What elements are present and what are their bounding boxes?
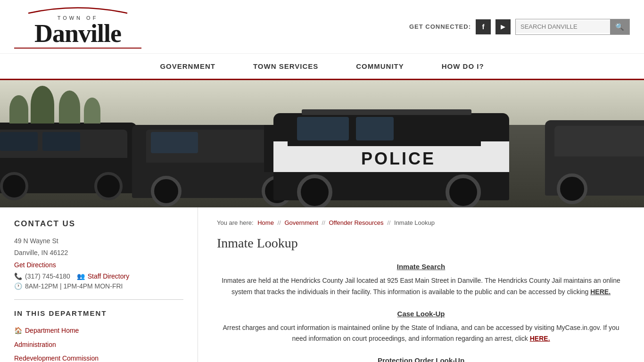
protection-order-section: Protection Order Look-Up The State of In…	[217, 356, 625, 362]
case-here-link[interactable]: HERE.	[530, 335, 550, 342]
home-icon: 🏠	[14, 324, 22, 337]
dept-link-administration[interactable]: Administration	[14, 338, 183, 352]
department-title: IN THIS DEPARTMENT	[14, 309, 183, 317]
sidebar-divider	[14, 299, 183, 300]
staff-icon: 👥	[77, 272, 85, 280]
clock-icon: 🕐	[14, 282, 22, 290]
breadcrumb: You are here: Home // Government // Offe…	[217, 219, 625, 226]
breadcrumb-offender[interactable]: Offender Resources	[329, 219, 383, 226]
youtube-button[interactable]: ▶	[495, 19, 511, 34]
dept-link-home[interactable]: 🏠 Department Home	[14, 324, 183, 337]
dept-home-label: Department Home	[25, 324, 79, 337]
connect-label: GET CONNECTED:	[409, 23, 471, 30]
search-button[interactable]: 🔍	[610, 19, 629, 34]
connect-row: GET CONNECTED: f ▶ 🔍	[409, 19, 630, 35]
hero-image: POLICE	[0, 80, 644, 207]
get-directions-link[interactable]: Get Directions	[14, 261, 183, 269]
content-area: CONTACT US 49 N Wayne St Danville, IN 46…	[0, 207, 644, 362]
header-right: GET CONNECTED: f ▶ 🔍	[409, 19, 630, 35]
contact-hours: 8AM-12PM | 1PM-4PM MON-FRI	[25, 282, 123, 290]
inmate-search-section: Inmate Search Inmates are held at the He…	[217, 263, 625, 298]
breadcrumb-home[interactable]: Home	[257, 219, 274, 226]
staff-directory-link[interactable]: Staff Directory	[88, 272, 129, 280]
contact-address-line2: Danville, IN 46122	[14, 247, 183, 259]
breadcrumb-label: You are here:	[217, 219, 254, 226]
logo-area: TOWN OF Danville	[14, 5, 141, 49]
case-lookup-text: Arrest charges and court information is …	[217, 322, 625, 345]
search-input[interactable]	[516, 20, 610, 33]
contact-hours-row: 🕐 8AM-12PM | 1PM-4PM MON-FRI	[14, 282, 183, 290]
nav-how-do-i[interactable]: HOW DO I?	[423, 54, 503, 79]
breadcrumb-sep1: //	[278, 219, 281, 226]
page-title: Inmate Lookup	[217, 236, 625, 251]
main-content: You are here: Home // Government // Offe…	[198, 207, 644, 362]
inmate-search-title: Inmate Search	[217, 263, 625, 271]
logo-danville: Danville	[14, 21, 141, 46]
nav-town-services[interactable]: TOWN SERVICES	[234, 54, 337, 79]
inmate-search-text: Inmates are held at the Hendricks County…	[217, 275, 625, 298]
facebook-button[interactable]: f	[476, 19, 491, 34]
logo-arc-svg	[14, 5, 141, 14]
contact-phone-row: 📞 (317) 745-4180 👥 Staff Directory	[14, 272, 183, 280]
nav-community[interactable]: COMMUNITY	[337, 54, 423, 79]
logo: TOWN OF Danville	[14, 5, 141, 49]
breadcrumb-current: Inmate Lookup	[394, 219, 435, 226]
inmate-here-link[interactable]: HERE.	[590, 288, 611, 296]
contact-phone: (317) 745-4180	[25, 272, 70, 280]
department-section: IN THIS DEPARTMENT 🏠 Department Home Adm…	[14, 309, 183, 362]
search-box: 🔍	[515, 19, 630, 35]
protection-order-title: Protection Order Look-Up	[217, 356, 625, 362]
logo-underline	[14, 48, 141, 49]
nav-government[interactable]: GOVERNMENT	[141, 54, 234, 79]
sidebar: CONTACT US 49 N Wayne St Danville, IN 46…	[0, 207, 198, 362]
header: TOWN OF Danville GET CONNECTED: f ▶ 🔍	[0, 0, 644, 54]
main-nav: GOVERNMENT TOWN SERVICES COMMUNITY HOW D…	[0, 54, 644, 80]
case-lookup-section: Case Look-Up Arrest charges and court in…	[217, 310, 625, 345]
phone-icon: 📞	[14, 272, 22, 280]
breadcrumb-sep2: //	[322, 219, 325, 226]
case-lookup-title: Case Look-Up	[217, 310, 625, 318]
dept-link-redevelopment[interactable]: Redevelopment Commission	[14, 352, 183, 362]
contact-title: CONTACT US	[14, 219, 183, 229]
breadcrumb-sep3: //	[387, 219, 390, 226]
contact-address-line1: 49 N Wayne St	[14, 235, 183, 247]
breadcrumb-government[interactable]: Government	[284, 219, 318, 226]
contact-section: CONTACT US 49 N Wayne St Danville, IN 46…	[14, 219, 183, 290]
